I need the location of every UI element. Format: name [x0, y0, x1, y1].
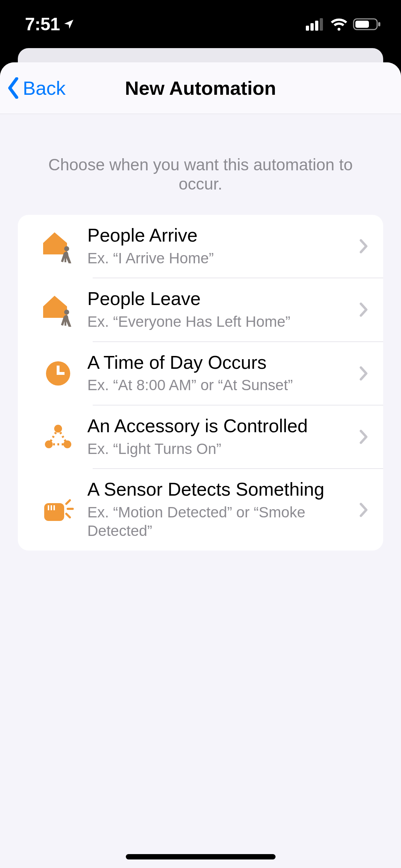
home-indicator[interactable] [126, 854, 276, 859]
row-title: A Time of Day Occurs [87, 352, 351, 373]
svg-rect-1 [310, 23, 314, 31]
svg-rect-14 [48, 505, 49, 510]
row-title: A Sensor Detects Something [87, 479, 351, 500]
chevron-right-icon [355, 366, 372, 381]
status-left: 7:51 [25, 14, 75, 35]
trigger-time-of-day[interactable]: A Time of Day Occurs Ex. “At 8:00 AM” or… [18, 342, 383, 405]
row-subtitle: Ex. “I Arrive Home” [87, 249, 351, 268]
back-button[interactable]: Back [0, 77, 66, 99]
prompt-text: Choose when you want this automation to … [18, 114, 383, 215]
navbar: Back New Automation [0, 62, 401, 114]
trigger-people-leave[interactable]: People Leave Ex. “Everyone Has Left Home… [18, 278, 383, 341]
row-subtitle: Ex. “Everyone Has Left Home” [87, 312, 351, 331]
svg-rect-5 [355, 21, 369, 28]
house-person-icon [29, 229, 87, 263]
wifi-icon [330, 18, 348, 31]
battery-icon [353, 17, 381, 31]
svg-point-7 [64, 246, 69, 251]
modal-sheet: Back New Automation Choose when you want… [0, 62, 401, 868]
row-title: People Leave [87, 288, 351, 310]
cellular-icon [306, 18, 325, 31]
row-title: An Accessory is Controlled [87, 415, 351, 437]
house-person-icon [29, 293, 87, 327]
status-right [306, 17, 381, 31]
row-subtitle: Ex. “Light Turns On” [87, 440, 351, 459]
location-arrow-icon [63, 18, 75, 30]
row-subtitle: Ex. “Motion Detected” or “Smoke Detected… [87, 503, 351, 541]
trigger-sensor-detects[interactable]: A Sensor Detects Something Ex. “Motion D… [18, 469, 383, 551]
background-card-peek [18, 48, 383, 62]
row-title: People Arrive [87, 225, 351, 246]
trigger-list: People Arrive Ex. “I Arrive Home” [18, 215, 383, 551]
chevron-right-icon [355, 239, 372, 254]
accessory-icon [29, 424, 87, 450]
clock-icon [29, 359, 87, 388]
sensor-icon [29, 497, 87, 523]
chevron-right-icon [355, 429, 372, 444]
chevron-left-icon [6, 77, 21, 99]
svg-rect-6 [378, 22, 380, 26]
back-label: Back [23, 77, 66, 99]
svg-rect-0 [306, 26, 309, 31]
trigger-people-arrive[interactable]: People Arrive Ex. “I Arrive Home” [18, 215, 383, 278]
trigger-accessory-controlled[interactable]: An Accessory is Controlled Ex. “Light Tu… [18, 405, 383, 468]
svg-point-8 [64, 310, 69, 315]
status-bar: 7:51 [0, 0, 401, 48]
chevron-right-icon [355, 502, 372, 517]
svg-rect-15 [51, 505, 52, 510]
svg-rect-16 [53, 505, 55, 510]
row-subtitle: Ex. “At 8:00 AM” or “At Sunset” [87, 376, 351, 395]
status-time: 7:51 [25, 14, 60, 35]
svg-rect-3 [320, 18, 323, 31]
content-area: Choose when you want this automation to … [0, 114, 401, 551]
chevron-right-icon [355, 302, 372, 317]
svg-rect-2 [315, 21, 318, 31]
